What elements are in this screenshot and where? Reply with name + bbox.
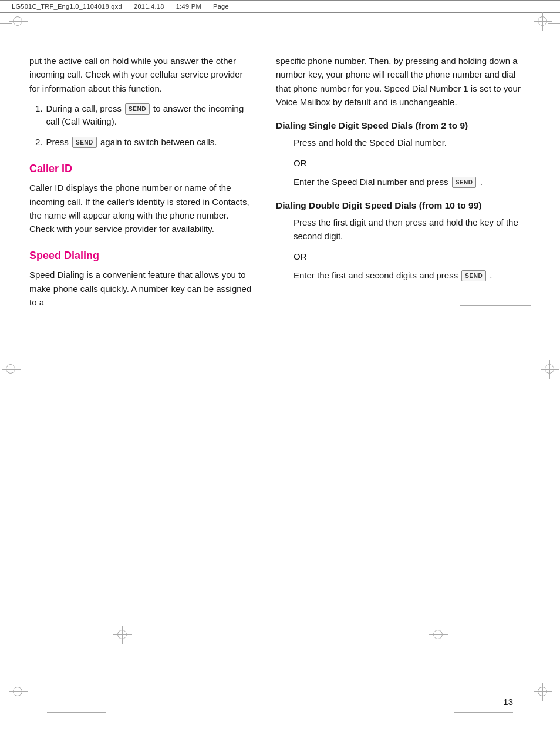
footer-rule [460,305,531,307]
double-digit-step1: Press the first digit and then press and… [294,216,531,243]
list-item-1: 1. During a call, press SEND to answer t… [35,102,252,129]
file-name: LG501C_TRF_Eng1.0_1104018.qxd [12,3,122,10]
intro-paragraph: put the active call on hold while you an… [29,54,252,95]
single-digit-or: OR [276,156,531,170]
crop-mark [548,689,560,689]
bottom-line-right [454,712,513,713]
page-wrapper: LG501C_TRF_Eng1.0_1104018.qxd 2011.4.18 … [0,0,560,742]
double-digit-step2: Enter the first and second digits and pr… [294,268,531,282]
registration-mark [13,687,22,696]
page-number: 13 [503,697,513,707]
list-item-2-text: Press SEND again to switch between calls… [46,136,217,149]
header-bar: LG501C_TRF_Eng1.0_1104018.qxd 2011.4.18 … [0,0,560,13]
registration-mark [545,364,554,374]
double-digit-step2-block: Enter the first and second digits and pr… [276,268,531,282]
crop-mark [0,23,12,24]
registration-mark [433,630,443,639]
speed-dialing-heading: Speed Dialing [29,250,252,262]
list-num-2: 2. [35,136,43,149]
right-column: specific phone number. Then, by pressing… [270,54,531,316]
registration-mark [6,364,15,374]
numbered-list: 1. During a call, press SEND to answer t… [29,102,252,149]
right-intro-text: specific phone number. Then, by pressing… [276,54,531,109]
list-item-1-text: During a call, press SEND to answer the … [46,102,252,129]
registration-mark [538,16,547,26]
registration-mark [538,687,547,696]
bottom-line-left [47,712,106,713]
header-date: 2011.4.18 [134,3,164,10]
caller-id-heading: Caller ID [29,163,252,175]
send-button-inline-4: SEND [461,270,486,282]
registration-mark [117,630,127,639]
single-digit-step1-block: Press and hold the Speed Dial number. [276,136,531,149]
single-digit-step1: Press and hold the Speed Dial number. [294,136,531,149]
single-digit-heading: Dialing Single Digit Speed Dials (from 2… [276,120,531,131]
file-info: LG501C_TRF_Eng1.0_1104018.qxd 2011.4.18 … [12,3,229,10]
header-page-label: Page [213,3,229,10]
left-column: put the active call on hold while you an… [29,54,252,316]
send-button-inline-3: SEND [452,177,477,189]
send-button-inline-2: SEND [72,137,97,148]
speed-dialing-text: Speed Dialing is a convenient feature th… [29,268,252,309]
double-digit-step1-block: Press the first digit and then press and… [276,216,531,243]
list-item-2: 2. Press SEND again to switch between ca… [35,136,252,149]
crop-mark [0,689,12,689]
double-digit-or: OR [276,250,531,263]
header-time: 1:49 PM [176,3,201,10]
single-digit-step2: Enter the Speed Dial number and press SE… [294,175,531,189]
send-button-inline-1: SEND [125,103,150,115]
registration-mark [13,16,22,26]
list-num-1: 1. [35,102,43,116]
double-digit-heading: Dialing Double Digit Speed Dials (from 1… [276,200,531,211]
content-area: put the active call on hold while you an… [0,19,560,340]
single-digit-step2-block: Enter the Speed Dial number and press SE… [276,175,531,189]
caller-id-text: Caller ID displays the phone number or n… [29,181,252,236]
crop-mark [548,23,560,24]
